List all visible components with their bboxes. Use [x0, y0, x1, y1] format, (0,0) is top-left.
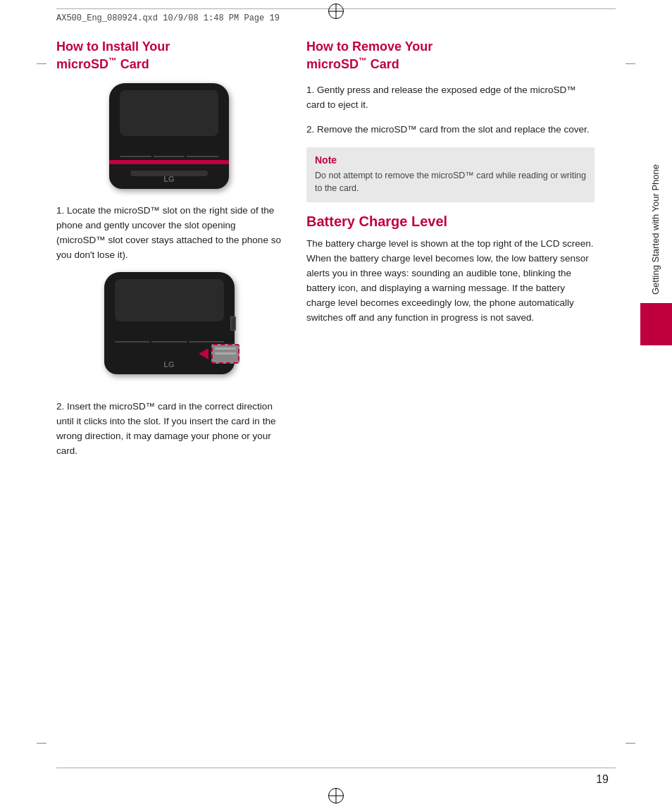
sidebar-label: Getting Started with Your Phone — [649, 141, 662, 317]
note-text: Do not attempt to remove the microSD™ ca… — [315, 169, 586, 196]
bottom-line — [56, 768, 616, 768]
install-heading-line3: Card — [117, 57, 149, 71]
remove-heading-tm: ™ — [359, 56, 367, 65]
step1-number: 1. — [56, 205, 64, 216]
remove-step2-text: Remove the microSD™ card from the slot a… — [317, 124, 589, 135]
card-thumbnail — [211, 344, 239, 364]
remove-step2: 2. Remove the microSD™ card from the slo… — [306, 123, 595, 137]
battery-heading: Battery Charge Level — [306, 214, 595, 230]
page-number: 19 — [596, 773, 609, 786]
header-text: AX500_Eng_080924.qxd 10/9/08 1:48 PM Pag… — [56, 13, 280, 23]
left-column: How to Install Your microSD™ Card LG — [56, 39, 296, 751]
phone-stripe — [109, 160, 229, 164]
reg-cross-top — [328, 4, 344, 19]
battery-text: The battery charge level is shown at the… — [306, 237, 595, 326]
note-title: Note — [315, 154, 586, 166]
card-slot — [230, 316, 236, 331]
remove-heading-line1: How to Remove Your — [306, 39, 433, 54]
phone-image-1: LG — [106, 83, 232, 192]
card-insert-indicator — [199, 344, 239, 364]
install-step2: 2. Insert the microSD™ card in the corre… — [56, 400, 282, 459]
remove-step1: 1. Gently press and release the exposed … — [306, 83, 595, 113]
phone-img-box-1: LG — [109, 83, 229, 189]
remove-step1-number: 1. — [306, 85, 314, 95]
content-area: How to Install Your microSD™ Card LG — [56, 39, 595, 751]
reg-cross-bottom — [328, 788, 344, 803]
sidebar-bar — [640, 303, 672, 345]
margin-tick-left-bottom — [37, 743, 46, 744]
remove-heading: How to Remove Your microSD™ Card — [306, 39, 595, 73]
speaker-dots-2 — [115, 340, 224, 343]
phone-image-2: LG — [92, 272, 247, 388]
remove-step2-number: 2. — [306, 124, 314, 135]
step1-text: Locate the microSD™ slot on the right si… — [56, 205, 281, 260]
remove-heading-line3: Card — [367, 57, 399, 71]
install-heading-tm: ™ — [108, 56, 117, 65]
margin-tick-right-bottom — [626, 743, 635, 744]
install-heading-line1: How to Install Your — [56, 39, 170, 54]
insert-arrow — [199, 348, 209, 359]
margin-tick-left-top — [37, 63, 46, 64]
install-heading-line2: microSD — [56, 57, 108, 71]
margin-tick-right-top — [626, 63, 635, 64]
page-container: AX500_Eng_080924.qxd 10/9/08 1:48 PM Pag… — [0, 0, 672, 807]
speaker-dots — [120, 155, 218, 158]
phone-logo: LG — [163, 175, 174, 183]
remove-step1-text: Gently press and release the exposed edg… — [306, 85, 576, 110]
install-step1: 1. Locate the microSD™ slot on the right… — [56, 204, 282, 263]
right-column: How to Remove Your microSD™ Card 1. Gent… — [296, 39, 595, 751]
remove-heading-line2: microSD — [306, 57, 359, 71]
step2-number: 2. — [56, 401, 64, 412]
note-box: Note Do not attempt to remove the microS… — [306, 147, 595, 203]
install-heading: How to Install Your microSD™ Card — [56, 39, 282, 73]
step2-text: Insert the microSD™ card in the correct … — [56, 401, 275, 456]
phone-logo-2: LG — [163, 360, 174, 369]
